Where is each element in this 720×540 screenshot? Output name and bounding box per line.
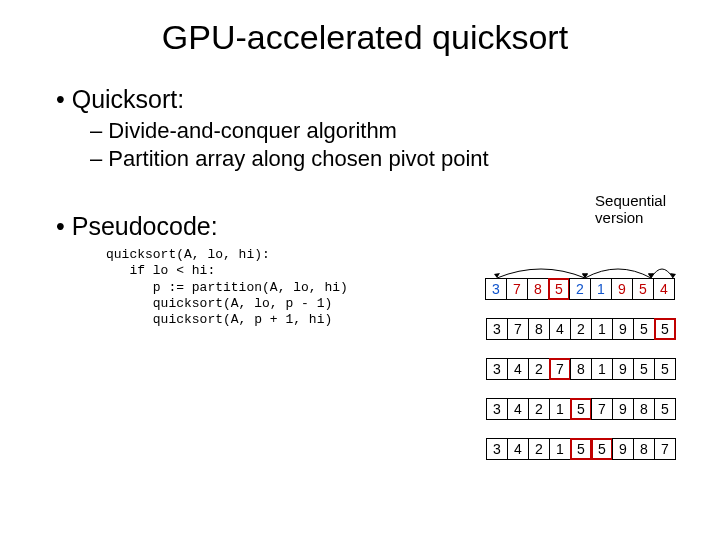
array-cell: 5: [632, 278, 654, 300]
array-cell: 4: [549, 318, 571, 340]
array-cell: 8: [633, 398, 655, 420]
array-cell: 2: [528, 358, 550, 380]
array-cell: 5: [591, 438, 613, 460]
array-cell: 1: [549, 398, 571, 420]
array-cell: 7: [507, 318, 529, 340]
array-cell: 5: [654, 398, 676, 420]
array-cell: 2: [570, 318, 592, 340]
array-cell: 9: [612, 398, 634, 420]
array-cell: 3: [486, 358, 508, 380]
array-cell: 9: [611, 278, 633, 300]
array-cell: 3: [486, 438, 508, 460]
array-cell: 5: [654, 358, 676, 380]
bullet-pseudocode: Pseudocode:: [56, 212, 680, 241]
array-row: 378521954: [486, 278, 676, 300]
array-cell: 3: [486, 398, 508, 420]
array-cell: 7: [591, 398, 613, 420]
array-cell: 1: [591, 358, 613, 380]
array-cell: 4: [507, 398, 529, 420]
array-cell: 9: [612, 358, 634, 380]
array-cell: 9: [612, 438, 634, 460]
array-cell: 4: [507, 358, 529, 380]
array-cell: 8: [633, 438, 655, 460]
array-cell: 2: [528, 438, 550, 460]
array-cell: 2: [569, 278, 591, 300]
array-cell: 8: [528, 318, 550, 340]
array-cell: 1: [591, 318, 613, 340]
array-row: 378421955: [486, 318, 676, 340]
array-cell: 9: [612, 318, 634, 340]
array-row: 342157985: [486, 398, 676, 420]
array-cell: 4: [507, 438, 529, 460]
subbullet-partition: Partition array along chosen pivot point: [90, 146, 680, 172]
array-row: 342781955: [486, 358, 676, 380]
array-cell: 5: [570, 438, 592, 460]
array-row: 342155987: [486, 438, 676, 460]
array-cell: 7: [654, 438, 676, 460]
subbullet-divide: Divide-and-conquer algorithm: [90, 118, 680, 144]
bullet-quicksort: Quicksort:: [56, 85, 680, 114]
array-cell: 3: [486, 318, 508, 340]
array-cell: 5: [570, 398, 592, 420]
array-cell: 1: [590, 278, 612, 300]
array-cell: 1: [549, 438, 571, 460]
array-cell: 5: [654, 318, 676, 340]
array-cell: 8: [570, 358, 592, 380]
array-cell: 2: [528, 398, 550, 420]
array-cell: 4: [653, 278, 675, 300]
sequential-version-label: Sequential version: [595, 192, 666, 227]
array-cell: 5: [548, 278, 570, 300]
array-cell: 3: [485, 278, 507, 300]
slide-title: GPU-accelerated quicksort: [50, 18, 680, 57]
array-cell: 7: [549, 358, 571, 380]
array-cell: 5: [633, 358, 655, 380]
array-cell: 5: [633, 318, 655, 340]
quicksort-diagram: 3785219543784219553427819553421579853421…: [486, 278, 676, 460]
array-cell: 8: [527, 278, 549, 300]
array-cell: 7: [506, 278, 528, 300]
